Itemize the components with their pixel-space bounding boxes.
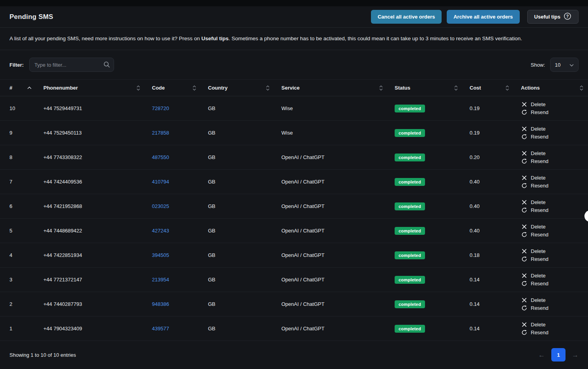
sort-icon: [266, 85, 270, 91]
resend-refresh-icon: [521, 281, 527, 287]
cancel-all-orders-button[interactable]: Cancel all active orders: [371, 10, 442, 24]
delete-action[interactable]: Delete: [521, 199, 546, 205]
service-name: OpenAI / ChatGPT: [281, 194, 395, 218]
sms-code-link[interactable]: 394505: [152, 252, 169, 258]
status-badge: completed: [395, 276, 425, 284]
row-number: 8: [9, 145, 43, 169]
delete-action[interactable]: Delete: [521, 248, 546, 254]
archive-all-orders-button[interactable]: Archive all active orders: [447, 10, 519, 24]
sms-code-link[interactable]: 023025: [152, 203, 169, 209]
row-actions: Delete Resend: [521, 96, 588, 120]
country-code: GB: [208, 145, 281, 169]
row-actions: Delete Resend: [521, 243, 588, 267]
page-number-button[interactable]: 1: [551, 348, 566, 362]
page-size-value: 10: [555, 62, 560, 68]
service-name: OpenAI / ChatGPT: [281, 170, 395, 194]
resend-action[interactable]: Resend: [521, 134, 549, 140]
cost-value: 0.40: [470, 170, 521, 194]
sms-code-link[interactable]: 427243: [152, 228, 169, 234]
resend-action[interactable]: Resend: [521, 256, 549, 262]
delete-x-icon: [521, 273, 527, 278]
resend-refresh-icon: [521, 256, 527, 262]
resend-label: Resend: [531, 134, 549, 140]
page-size-select[interactable]: 10: [550, 58, 579, 72]
resend-label: Resend: [531, 281, 549, 287]
sms-code-link[interactable]: 217858: [152, 130, 169, 136]
delete-action[interactable]: Delete: [521, 101, 546, 107]
status-badge: completed: [395, 300, 425, 308]
column-header-service[interactable]: Service: [281, 80, 395, 96]
sms-code-link[interactable]: 948386: [152, 301, 169, 307]
resend-label: Resend: [531, 305, 549, 311]
question-circle-icon: ?: [564, 12, 571, 21]
filter-input[interactable]: [29, 58, 114, 72]
phone-number: +44 7424409536: [43, 170, 152, 194]
phone-number: +44 7721372147: [43, 268, 152, 292]
resend-action[interactable]: Resend: [521, 109, 549, 115]
resend-label: Resend: [531, 330, 549, 335]
resend-label: Resend: [531, 232, 549, 238]
row-actions: Delete Resend: [521, 170, 588, 194]
delete-action[interactable]: Delete: [521, 150, 546, 156]
table-body: 10 +44 7529449731 728720 GB Wise complet…: [0, 96, 588, 341]
resend-action[interactable]: Resend: [521, 207, 549, 213]
table-row: 9 +44 7529450113 217858 GB Wise complete…: [0, 121, 588, 145]
resend-refresh-icon: [521, 183, 527, 189]
resend-action[interactable]: Resend: [521, 232, 549, 238]
show-label: Show:: [531, 62, 545, 68]
column-header-cost[interactable]: Cost: [470, 80, 521, 96]
column-header-actions[interactable]: Actions: [521, 80, 588, 96]
intro-bold: Useful tips: [201, 36, 228, 41]
previous-page-arrow-icon[interactable]: ←: [538, 352, 545, 358]
resend-action[interactable]: Resend: [521, 281, 549, 287]
column-header-country[interactable]: Country: [208, 80, 281, 96]
delete-label: Delete: [531, 248, 546, 254]
delete-x-icon: [521, 175, 527, 180]
sms-code-link[interactable]: 487550: [152, 154, 169, 160]
delete-label: Delete: [531, 322, 546, 328]
phone-number: +44 7448689422: [43, 219, 152, 243]
chevron-down-icon: [569, 62, 574, 68]
next-page-arrow-icon[interactable]: →: [572, 352, 579, 358]
column-header-phone[interactable]: Phonenumber: [43, 80, 152, 96]
sms-code-link[interactable]: 213954: [152, 277, 169, 283]
delete-action[interactable]: Delete: [521, 126, 546, 132]
cost-value: 0.18: [470, 243, 521, 267]
column-header-status[interactable]: Status: [395, 80, 470, 96]
status-badge: completed: [395, 178, 425, 186]
table-header: # Phonenumber Code Country Service Statu…: [0, 79, 588, 96]
table-footer: Showing 1 to 10 of 10 entries ← 1 →: [0, 341, 588, 369]
row-number: 9: [9, 121, 43, 145]
country-code: GB: [208, 243, 281, 267]
sms-code-link[interactable]: 439577: [152, 326, 169, 332]
delete-action[interactable]: Delete: [521, 273, 546, 279]
cost-value: 0.14: [470, 317, 521, 341]
delete-action[interactable]: Delete: [521, 322, 546, 328]
resend-refresh-icon: [521, 207, 527, 213]
delete-label: Delete: [531, 175, 546, 181]
delete-x-icon: [521, 322, 527, 327]
phone-number: +44 7904323409: [43, 317, 152, 341]
delete-label: Delete: [531, 126, 546, 132]
column-header-num[interactable]: #: [9, 80, 43, 96]
delete-action[interactable]: Delete: [521, 224, 546, 230]
table-row: 1 +44 7904323409 439577 GB OpenAI / Chat…: [0, 317, 588, 341]
resend-action[interactable]: Resend: [521, 158, 549, 164]
resend-action[interactable]: Resend: [521, 330, 549, 335]
resend-action[interactable]: Resend: [521, 305, 549, 311]
useful-tips-button[interactable]: Useful tips ?: [527, 10, 579, 24]
delete-action[interactable]: Delete: [521, 175, 546, 181]
row-number: 7: [9, 170, 43, 194]
table-row: 6 +44 7421952868 023025 GB OpenAI / Chat…: [0, 194, 588, 219]
sms-code-link[interactable]: 728720: [152, 105, 169, 111]
filter-label: Filter:: [9, 62, 24, 68]
sms-code-link[interactable]: 410794: [152, 179, 169, 185]
intro-pre: A list of all your pending SMS, need mor…: [9, 36, 201, 41]
column-header-code[interactable]: Code: [152, 80, 208, 96]
country-code: GB: [208, 292, 281, 316]
sort-icon: [506, 85, 509, 91]
intro-text: A list of all your pending SMS, need mor…: [0, 28, 588, 50]
delete-action[interactable]: Delete: [521, 297, 546, 303]
row-actions: Delete Resend: [521, 268, 588, 292]
resend-action[interactable]: Resend: [521, 183, 549, 189]
